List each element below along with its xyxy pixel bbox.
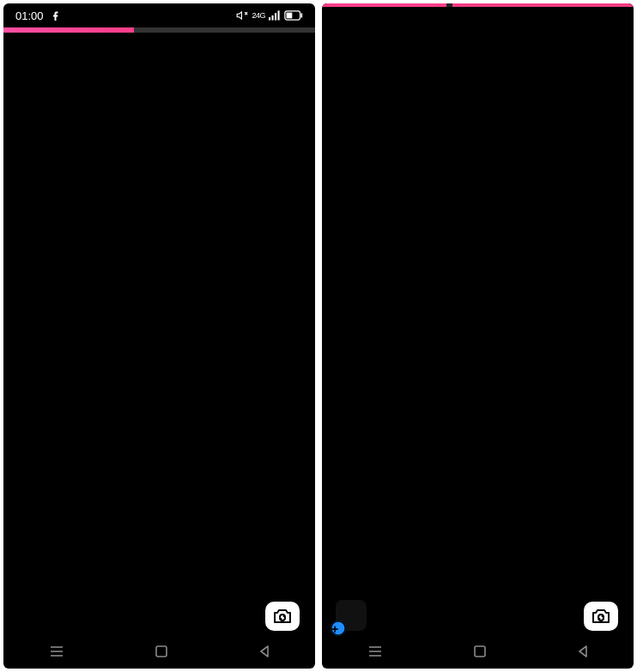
- recent-apps-icon[interactable]: [49, 644, 64, 659]
- home-icon[interactable]: [155, 645, 168, 658]
- back-icon[interactable]: [577, 645, 589, 658]
- svg-rect-20: [475, 646, 485, 657]
- network-icon: 24G: [252, 11, 265, 20]
- svg-rect-5: [300, 13, 302, 17]
- svg-rect-6: [287, 13, 293, 19]
- svg-rect-3: [278, 10, 280, 20]
- facebook-icon: [51, 10, 61, 21]
- back-icon[interactable]: [258, 645, 270, 658]
- mute-icon: [236, 9, 248, 21]
- battery-icon: [284, 10, 303, 21]
- svg-rect-10: [156, 646, 167, 657]
- svg-rect-0: [269, 17, 270, 21]
- gallery-add-button[interactable]: [336, 600, 367, 631]
- switch-camera-button[interactable]: [265, 602, 300, 631]
- recording-progress: [3, 27, 315, 33]
- home-icon[interactable]: [473, 645, 487, 658]
- recent-apps-icon[interactable]: [367, 644, 383, 659]
- status-time: 01:00: [15, 9, 44, 22]
- android-nav-bar: [3, 634, 315, 669]
- status-bar: 01:00 24G: [3, 3, 315, 27]
- svg-rect-1: [272, 15, 274, 21]
- switch-camera-button[interactable]: [584, 602, 618, 631]
- signal-icon: [269, 10, 281, 21]
- clip-progress: [322, 3, 634, 7]
- android-nav-bar: [322, 634, 634, 669]
- screen-speed-picker: .3× .5× 1× 2× 3× ‹: [322, 3, 634, 669]
- plus-icon: +: [331, 622, 338, 636]
- screen-recording: 01:00 24G 0:09: [3, 3, 315, 669]
- svg-rect-2: [275, 13, 276, 20]
